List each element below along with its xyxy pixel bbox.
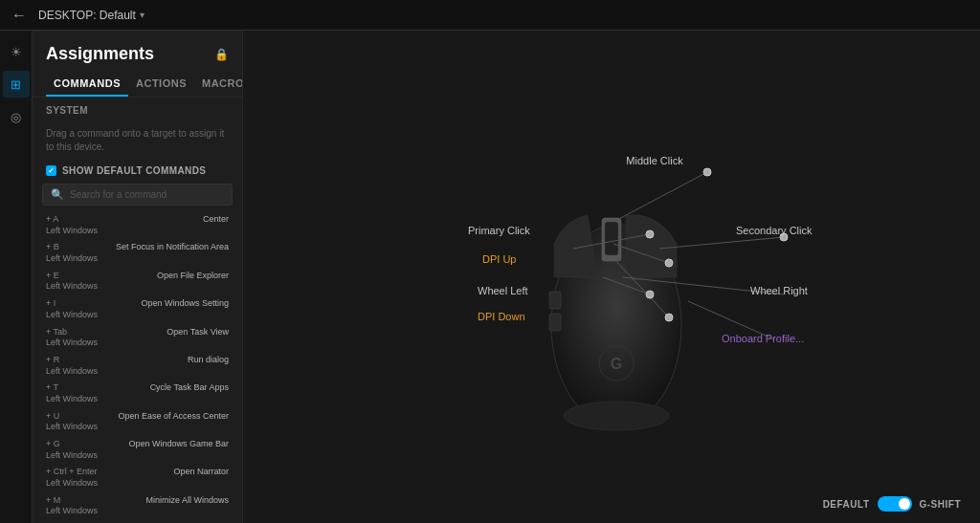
tab-commands[interactable]: COMMANDS: [46, 72, 128, 97]
show-default-toggle[interactable]: ✓ SHOW DEFAULT COMMANDS: [33, 162, 242, 184]
svg-rect-3: [549, 292, 561, 309]
back-button[interactable]: ←: [11, 7, 27, 24]
list-item[interactable]: + TLeft Windows Cycle Task Bar Apps: [38, 380, 236, 407]
left-panel: Assignments 🔒 COMMANDS ACTIONS MACROS SY…: [33, 31, 243, 523]
toggle-knob: [899, 498, 910, 510]
sidebar-item-performance[interactable]: ◎: [3, 103, 30, 130]
bottom-bar: DEFAULT G-SHIFT: [823, 496, 961, 512]
subtab-system: SYSTEM: [33, 101, 242, 121]
svg-rect-4: [549, 314, 561, 331]
checkbox-icon: ✓: [46, 165, 56, 176]
dpi-down-label: DPI Down: [478, 311, 525, 322]
wheel-right-label: Wheel Right: [750, 285, 808, 296]
svg-text:G: G: [611, 356, 622, 372]
mode-toggle[interactable]: [878, 496, 912, 512]
list-item[interactable]: + ELeft Windows Open File Explorer: [38, 268, 236, 295]
list-item[interactable]: + RLeft Windows Run dialog: [38, 352, 236, 380]
gshift-label: G-SHIFT: [920, 499, 962, 510]
sidebar-item-assignments[interactable]: ⊞: [3, 71, 30, 98]
chevron-down-icon: ▾: [140, 10, 145, 20]
drag-hint: Drag a command onto a target to assign i…: [33, 121, 242, 162]
search-icon: 🔍: [51, 188, 64, 201]
topbar: ← DESKTOP: Default ▾: [0, 0, 980, 31]
mouse-diagram: G: [372, 76, 851, 478]
secondary-click-label: Secondary Click: [736, 225, 812, 236]
onboard-profile-label: Onboard Profile...: [722, 333, 804, 344]
commands-list: + ALeft Windows Center + BLeft Windows S…: [33, 211, 242, 523]
list-item[interactable]: + MLeft Windows Minimize All Windows: [38, 492, 236, 520]
svg-point-16: [703, 168, 711, 176]
svg-rect-2: [605, 222, 618, 255]
tab-bar: COMMANDS ACTIONS MACROS: [33, 72, 242, 98]
svg-point-19: [665, 259, 673, 267]
page-title: Assignments: [46, 44, 154, 64]
tab-actions[interactable]: ACTIONS: [128, 72, 194, 97]
list-item[interactable]: + ILeft Windows Open Windows Setting: [38, 295, 236, 323]
list-item[interactable]: + ULeft Windows Open Ease of Access Cent…: [38, 408, 236, 436]
wheel-left-label: Wheel Left: [478, 285, 528, 296]
svg-point-7: [564, 402, 669, 430]
list-item[interactable]: + Ctrl + EnterLeft Windows Open Narrator: [38, 464, 236, 491]
panel-header: Assignments 🔒: [33, 31, 242, 72]
right-panel: G: [243, 31, 980, 523]
lock-icon: 🔒: [214, 48, 229, 61]
desktop-label: DESKTOP: Default: [38, 9, 136, 22]
show-default-label: SHOW DEFAULT COMMANDS: [62, 165, 206, 176]
list-item[interactable]: + GLeft Windows Open Windows Game Bar: [38, 436, 236, 464]
main-layout: ☀ ⊞ ◎ Assignments 🔒 COMMANDS ACTIONS MAC…: [0, 31, 980, 523]
middle-click-label: Middle Click: [626, 155, 682, 166]
list-item[interactable]: + TabLeft Windows Open Task View: [38, 324, 236, 352]
desktop-selector[interactable]: DESKTOP: Default ▾: [38, 9, 145, 22]
dpi-up-label: DPI Up: [482, 253, 516, 265]
mouse-svg: G: [372, 76, 851, 478]
search-box: 🔍: [42, 184, 233, 206]
list-item[interactable]: + BLeft Windows Set Focus in Notificatio…: [38, 239, 236, 267]
svg-line-10: [659, 237, 784, 249]
svg-point-21: [665, 314, 673, 321]
primary-click-label: Primary Click: [468, 225, 530, 236]
svg-point-17: [646, 230, 654, 238]
svg-point-20: [646, 291, 654, 298]
default-label: DEFAULT: [823, 499, 870, 510]
search-input[interactable]: [70, 189, 224, 200]
icon-sidebar: ☀ ⊞ ◎: [0, 31, 33, 523]
sidebar-item-lighting[interactable]: ☀: [3, 38, 30, 65]
tab-macros[interactable]: MACROS: [194, 72, 243, 97]
svg-line-8: [613, 172, 707, 222]
list-item[interactable]: + ALeft Windows Center: [38, 211, 236, 239]
